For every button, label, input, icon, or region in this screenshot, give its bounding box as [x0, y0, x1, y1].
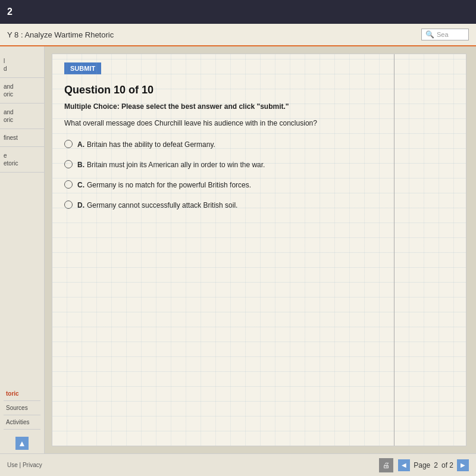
radio-a[interactable]: [64, 140, 73, 148]
answer-option-c[interactable]: C.Germany is no match for the powerful B…: [64, 180, 454, 190]
top-bar: 2: [0, 0, 476, 24]
search-box[interactable]: 🔍 Sea: [421, 29, 469, 40]
answer-option-d[interactable]: D.Germany cannot successfully attack Bri…: [64, 200, 454, 211]
sidebar: ld andoric andoric finest eetoric toric …: [0, 46, 45, 453]
sidebar-item-sources[interactable]: Sources: [4, 401, 40, 415]
bottom-left-text: Use | Privacy: [7, 462, 42, 468]
page-total: of 2: [441, 461, 453, 469]
top-bar-number: 2: [7, 7, 12, 17]
question-text: What overall message does Churchill leav…: [64, 118, 454, 129]
sidebar-item-activities[interactable]: Activities: [4, 415, 40, 430]
answer-option-a[interactable]: A.Britain has the ability to defeat Germ…: [64, 139, 454, 150]
radio-b[interactable]: [64, 160, 73, 168]
answer-options: A.Britain has the ability to defeat Germ…: [64, 139, 454, 211]
question-title: Question 10 of 10: [64, 84, 454, 96]
radio-d[interactable]: [64, 201, 73, 209]
sidebar-item-0[interactable]: ld: [0, 52, 44, 78]
answer-label-c: C.Germany is no match for the powerful B…: [77, 180, 251, 190]
page-navigation: ◀ Page 2 of 2 ▶: [398, 459, 469, 471]
search-placeholder: Sea: [437, 31, 449, 38]
bottom-bar: Use | Privacy 🖨 ◀ Page 2 of 2 ▶: [0, 453, 476, 476]
header-title: Y 8 : Analyze Wartime Rhetoric: [7, 30, 114, 39]
content-area: SUBMIT Question 10 of 10 Multiple Choice…: [45, 46, 476, 453]
radio-c[interactable]: [64, 180, 73, 189]
answer-option-b[interactable]: B.Britain must join its American ally in…: [64, 159, 454, 170]
answer-label-a: A.Britain has the ability to defeat Germ…: [77, 139, 215, 150]
sidebar-arrow[interactable]: ▲: [0, 433, 44, 453]
bottom-right: 🖨 ◀ Page 2 of 2 ▶: [379, 458, 469, 472]
header-bar: Y 8 : Analyze Wartime Rhetoric 🔍 Sea: [0, 24, 476, 46]
print-button[interactable]: 🖨: [379, 458, 393, 472]
answer-label-b: B.Britain must join its American ally in…: [77, 159, 265, 170]
main-layout: ld andoric andoric finest eetoric toric …: [0, 46, 476, 453]
sidebar-item-1[interactable]: andoric: [0, 78, 44, 104]
sidebar-item-2[interactable]: andoric: [0, 104, 44, 129]
sidebar-bottom: toric Sources Activities: [0, 383, 44, 433]
search-icon: 🔍: [425, 30, 434, 39]
submit-button[interactable]: SUBMIT: [64, 62, 101, 74]
sidebar-item-rhetoric[interactable]: toric: [4, 387, 40, 401]
page-prev-button[interactable]: ◀: [398, 459, 410, 471]
sidebar-item-4[interactable]: eetoric: [0, 147, 44, 173]
content-inner: SUBMIT Question 10 of 10 Multiple Choice…: [52, 54, 466, 446]
page-current: 2: [434, 461, 438, 469]
question-instruction: Multiple Choice: Please select the best …: [64, 102, 454, 111]
page-next-button[interactable]: ▶: [457, 459, 469, 471]
sidebar-item-3[interactable]: finest: [0, 129, 44, 147]
page-label: Page: [414, 461, 430, 469]
answer-label-d: D.Germany cannot successfully attack Bri…: [77, 200, 237, 211]
